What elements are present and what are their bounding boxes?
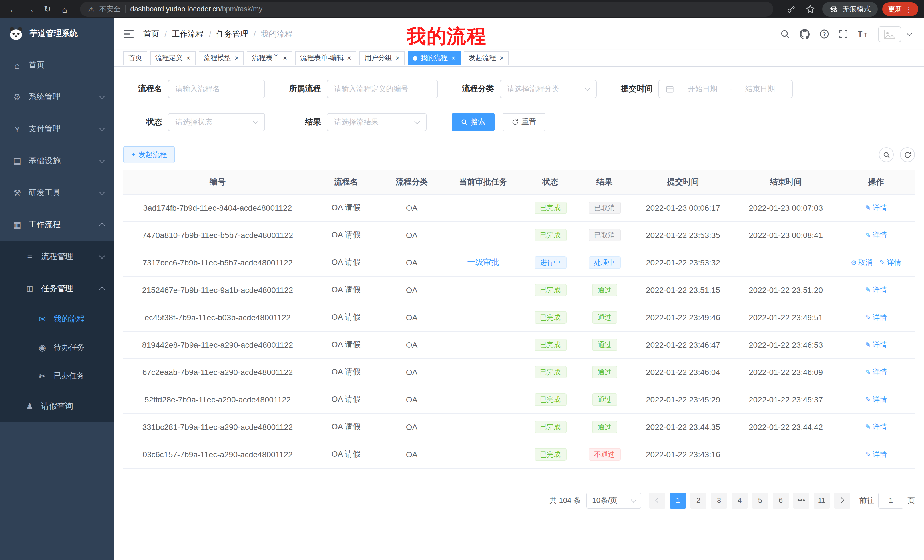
close-tab-icon[interactable]: ×	[186, 54, 190, 61]
screen: ← → ↻ ⌂ ⚠ 不安全 dashboard.yudao.iocoder.cn…	[0, 0, 924, 560]
page-content: 流程名 请输入流程名 所属流程 请输入流程定义的编号 流程分类	[114, 67, 924, 560]
reset-button[interactable]: 重置	[502, 113, 545, 131]
detail-button[interactable]: ✎详情	[865, 231, 887, 240]
process-id-input[interactable]: 请输入流程定义的编号	[327, 80, 438, 98]
show-search-button[interactable]	[879, 147, 894, 162]
cell-end-time: 2022-01-22 23:44:42	[734, 413, 837, 441]
tab-process-form[interactable]: 流程表单×	[247, 51, 292, 65]
tab-process-form-edit[interactable]: 流程表单-编辑×	[295, 51, 357, 65]
detail-button[interactable]: ✎详情	[865, 285, 887, 295]
bookmark-star-icon[interactable]	[803, 2, 818, 16]
help-icon[interactable]: ?	[819, 29, 829, 39]
chevron-down-icon[interactable]	[907, 30, 912, 36]
user-icon: ♟	[24, 401, 35, 412]
app-logo[interactable]: 芋道管理系统	[0, 18, 114, 49]
cell-end-time: 2022-01-23 00:08:41	[734, 222, 837, 249]
breadcrumb-item[interactable]: 我的流程	[261, 29, 292, 39]
sidebar-item-done-task[interactable]: ✂已办任务	[0, 362, 114, 391]
close-tab-icon[interactable]: ×	[396, 54, 400, 61]
status-select[interactable]: 请选择状态	[168, 113, 265, 131]
tab-start-process[interactable]: 发起流程×	[464, 51, 509, 65]
close-tab-icon[interactable]: ×	[283, 54, 287, 61]
sidebar-item-system[interactable]: ⚙系统管理	[0, 81, 114, 113]
browser-home-icon[interactable]: ⌂	[57, 2, 72, 16]
sidebar-item-my-process[interactable]: ✉我的流程	[0, 305, 114, 333]
process-name-input[interactable]: 请输入流程名	[168, 80, 265, 98]
browser-menu-dots-icon[interactable]: ⋮	[905, 5, 913, 13]
sidebar-toggle-button[interactable]	[123, 30, 134, 38]
page-button[interactable]: 3	[711, 493, 727, 508]
create-process-button[interactable]: + 发起流程	[123, 146, 175, 163]
page-button[interactable]: 5	[752, 493, 768, 508]
github-icon[interactable]	[800, 29, 810, 39]
breadcrumb-item[interactable]: 首页	[143, 29, 159, 39]
table-row: 7470a810-7b9b-11ec-b5b7-acde48001122OA 请…	[123, 222, 915, 249]
font-size-icon[interactable]: TT	[858, 30, 868, 38]
breadcrumb-separator: /	[209, 29, 211, 39]
chevron-down-icon	[253, 118, 258, 124]
sidebar-item-todo-task[interactable]: ◉待办任务	[0, 333, 114, 362]
tab-my-process[interactable]: 我的流程×	[408, 51, 460, 65]
result-tag: 通过	[592, 311, 617, 324]
pagination-ellipsis[interactable]: •••	[793, 493, 809, 508]
cell-process-name: OA 请假	[312, 441, 380, 468]
detail-button[interactable]: ✎详情	[865, 395, 887, 405]
sidebar-item-payment[interactable]: ¥支付管理	[0, 113, 114, 145]
next-page-button[interactable]	[834, 493, 850, 508]
fullscreen-icon[interactable]	[839, 29, 848, 39]
detail-button[interactable]: ✎详情	[865, 422, 887, 432]
close-tab-icon[interactable]: ×	[451, 54, 455, 61]
detail-button[interactable]: ✎详情	[865, 313, 887, 322]
reload-icon[interactable]: ↻	[40, 2, 55, 16]
submit-time-range-input[interactable]: 开始日期 - 结束日期	[658, 80, 793, 98]
update-button[interactable]: 更新 ⋮	[882, 2, 918, 16]
sidebar-item-workflow[interactable]: ▦工作流程	[0, 209, 114, 241]
spy-icon	[829, 5, 838, 13]
sidebar-item-process-management[interactable]: ≡流程管理	[0, 241, 114, 273]
tab-process-model[interactable]: 流程模型×	[198, 51, 244, 65]
refresh-table-button[interactable]	[900, 147, 915, 162]
tools-icon: ⚒	[11, 188, 23, 198]
goto-page-input[interactable]: 1	[878, 493, 903, 508]
close-tab-icon[interactable]: ×	[234, 54, 239, 61]
page-button[interactable]: 1	[670, 493, 686, 508]
page-size-select[interactable]: 10条/页	[586, 493, 641, 508]
sidebar-item-devtools[interactable]: ⚒研发工具	[0, 177, 114, 209]
search-icon[interactable]	[780, 29, 790, 39]
back-icon[interactable]: ←	[6, 2, 21, 16]
sidebar-item-infrastructure[interactable]: ▤基础设施	[0, 145, 114, 177]
breadcrumb-item[interactable]: 工作流程	[172, 29, 204, 39]
prev-page-button[interactable]	[650, 493, 665, 508]
key-icon[interactable]	[783, 2, 798, 16]
cancel-button[interactable]: ⊘取消	[851, 258, 873, 268]
detail-button[interactable]: ✎详情	[865, 368, 887, 377]
tab-home[interactable]: 首页	[123, 51, 147, 65]
sidebar-item-home[interactable]: ⌂首页	[0, 49, 114, 81]
category-select[interactable]: 请选择流程分类	[500, 80, 597, 98]
table-toolbar: + 发起流程	[123, 146, 915, 163]
result-select[interactable]: 请选择流结果	[327, 113, 427, 131]
close-tab-icon[interactable]: ×	[500, 54, 504, 61]
close-tab-icon[interactable]: ×	[347, 54, 351, 61]
sidebar-item-task-management[interactable]: ⊞任务管理	[0, 273, 114, 305]
page-button[interactable]: 6	[772, 493, 789, 508]
breadcrumb-item[interactable]: 任务管理	[216, 29, 248, 39]
page-button[interactable]: 4	[732, 493, 747, 508]
current-task-link[interactable]: 一级审批	[467, 258, 499, 267]
avatar[interactable]	[878, 26, 901, 42]
forward-icon[interactable]: →	[23, 2, 38, 16]
browser-actions: 无痕模式 更新 ⋮	[783, 2, 918, 16]
detail-button[interactable]: ✎详情	[865, 450, 887, 460]
sidebar-item-leave-query[interactable]: ♟请假查询	[0, 391, 114, 422]
cell-status: 已完成	[523, 276, 578, 304]
search-button[interactable]: 搜索	[452, 113, 495, 131]
detail-button[interactable]: ✎详情	[865, 203, 887, 213]
tab-user-group[interactable]: 用户分组×	[360, 51, 405, 65]
sidebar-item-label: 系统管理	[28, 92, 60, 102]
page-button[interactable]: 11	[814, 493, 830, 508]
page-button[interactable]: 2	[690, 493, 706, 508]
detail-button[interactable]: ✎详情	[865, 340, 887, 350]
tab-process-definition[interactable]: 流程定义×	[150, 51, 196, 65]
address-bar[interactable]: ⚠ 不安全 dashboard.yudao.iocoder.cn/bpm/tas…	[80, 2, 773, 16]
detail-button[interactable]: ✎详情	[879, 258, 901, 268]
